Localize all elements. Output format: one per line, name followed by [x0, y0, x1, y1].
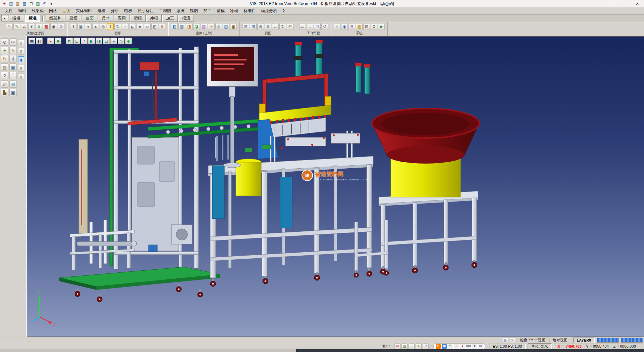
visibility-filter-icon[interactable]: ◉ — [50, 23, 57, 30]
selection-mask-icon[interactable]: ⊘ — [58, 23, 64, 30]
layer-manager-icon[interactable]: ≣ — [348, 23, 355, 30]
revolve-icon[interactable]: ↻ — [114, 23, 121, 30]
render-mode-icon[interactable]: ◧ — [36, 38, 43, 44]
top-view-icon[interactable]: ◓ — [81, 38, 88, 44]
snapshot-icon[interactable]: ▣ — [230, 23, 237, 30]
pen-icon[interactable]: ✎ — [416, 343, 422, 349]
dynamic-rotate-icon[interactable]: ↻ — [1, 55, 8, 62]
globe-icon[interactable]: ◍ — [9, 80, 17, 88]
element-filter-icon[interactable]: ▼ — [28, 23, 35, 30]
sogou-logo-icon[interactable]: S — [436, 344, 441, 349]
translate-icon[interactable]: ╋ — [9, 55, 17, 62]
texture-icon[interactable]: ▨ — [201, 23, 207, 30]
cylinder-icon[interactable]: ▮ — [70, 23, 77, 30]
wedge-icon[interactable]: ◣ — [129, 23, 136, 30]
selection-toggle-icon[interactable]: ▸ — [47, 38, 54, 44]
menu-item-14[interactable]: 塑模 — [214, 7, 227, 14]
workplane-icon[interactable]: ▱ — [299, 23, 306, 30]
color-filter-icon[interactable]: ▩ — [43, 23, 50, 30]
zoom-dynamic-icon[interactable]: ⊙ — [1, 38, 8, 46]
machine-3d-model[interactable]: Y X — [27, 37, 644, 337]
3d-viewport[interactable]: ▦◧▸◆◩◻◓◧◨◻◒◇◆ — [27, 36, 644, 337]
menu-item-11[interactable]: 系统 — [174, 7, 187, 14]
tab-8[interactable]: 冲模 — [146, 15, 162, 22]
snap-grid-icon[interactable]: ⊞ — [394, 343, 400, 349]
right-view-icon[interactable]: ◧ — [88, 38, 95, 44]
extrude-icon[interactable]: ↥ — [107, 23, 114, 30]
materials-icon[interactable]: ◪ — [193, 23, 200, 30]
ime-emoji-icon[interactable]: ☺ — [454, 344, 459, 349]
dim-2d-icon[interactable]: 2 — [1, 72, 8, 79]
wireframe-view-icon[interactable]: ▦ — [178, 23, 185, 30]
snap-target-icon[interactable]: ⌖ — [1, 47, 8, 54]
menu-item-3[interactable]: 网格 — [46, 7, 60, 14]
workplane-3points-icon[interactable]: ∴ — [307, 23, 313, 30]
rotate-view-icon[interactable]: ↻ — [279, 23, 286, 30]
app-logo-icon[interactable]: ✦ — [1, 1, 7, 7]
edit-entity-icon[interactable]: ✎ — [9, 47, 17, 54]
menu-item-16[interactable]: 标准件 — [241, 7, 258, 14]
check-view-label[interactable]: 检查 XY 十视图 — [517, 338, 548, 343]
stamp-icon[interactable]: ▣ — [9, 63, 17, 71]
trim-scissors-icon[interactable]: ✂ — [9, 38, 17, 46]
cone-icon[interactable]: ▲ — [92, 23, 99, 30]
layer-filter-icon[interactable]: ≡ — [36, 23, 42, 30]
menu-item-6[interactable]: 建模 — [95, 7, 108, 14]
ime-punct-icon[interactable]: °, — [448, 344, 453, 349]
zoom-out-icon[interactable]: ⊖ — [265, 23, 271, 30]
ime-skin-icon[interactable]: ▼ — [472, 344, 477, 349]
sphere-icon[interactable]: ● — [85, 23, 92, 30]
clipboard-bottom-icon[interactable]: ▯ — [18, 73, 24, 80]
lighting-icon[interactable]: ☀ — [208, 23, 215, 30]
document-icon[interactable]: ▤ — [1, 63, 8, 71]
dynamic-view-icon[interactable]: ◆ — [125, 38, 132, 44]
dynamic-toggle-icon[interactable]: ◎ — [502, 337, 508, 343]
clipboard-mid-icon[interactable]: ▯ — [18, 48, 24, 55]
chart-icon[interactable]: ▙ — [1, 89, 8, 96]
menu-item-9[interactable]: 尺寸标注 — [135, 7, 156, 14]
menu-item-5[interactable]: 实体编辑 — [73, 7, 95, 14]
ime-keyboard-icon[interactable]: ⌨ — [466, 344, 471, 349]
copy-view-icon[interactable]: ▣ — [9, 89, 17, 96]
menu-item-13[interactable]: 加工 — [201, 7, 214, 14]
close-button[interactable]: ✕ — [631, 0, 644, 7]
plane-indicator-icon[interactable]: ▦ — [401, 343, 408, 349]
menu-item-10[interactable]: 工程图 — [156, 7, 174, 14]
new-file-icon[interactable]: ▤ — [8, 1, 14, 7]
match-attributes-icon[interactable]: ✎ — [13, 23, 20, 30]
selection-sets-icon[interactable]: ▦ — [356, 23, 363, 30]
axono-view-icon[interactable]: ◇ — [118, 38, 124, 44]
tab-overflow-button[interactable]: ▾ — [1, 15, 8, 21]
menu-item-12[interactable]: 视图 — [187, 7, 201, 14]
menu-item-17[interactable]: 模流分析 — [258, 7, 280, 14]
plot-icon[interactable]: ▥ — [35, 1, 41, 7]
transparency-icon[interactable]: ◍ — [215, 23, 222, 30]
tab-5[interactable]: 尺寸 — [98, 15, 113, 22]
macro-icon[interactable]: ▶ — [378, 23, 385, 30]
clipboard-top-icon[interactable]: ▯ — [18, 40, 24, 46]
minimize-button[interactable]: ─ — [604, 0, 617, 7]
profile-icon[interactable]: ◔ — [409, 343, 415, 349]
surface-solid-icon[interactable]: ◩ — [151, 23, 158, 30]
tab-9[interactable]: 加工 — [162, 15, 178, 22]
ime-mode-icon[interactable]: 中 — [442, 344, 447, 349]
viewport-layout-icon[interactable]: ▦ — [29, 38, 35, 44]
units-indicator[interactable]: 单位: 毫米 — [528, 343, 552, 350]
zoom-in-icon[interactable]: ⊕ — [257, 23, 264, 30]
qat-dropdown-icon[interactable]: ▾ — [48, 1, 54, 7]
tab-6[interactable]: 应用 — [114, 15, 129, 22]
back-view-icon[interactable]: ◻ — [103, 38, 110, 44]
workplane-indicator-icon[interactable]: ◆ — [55, 38, 61, 44]
tab-1[interactable]: 标准 — [25, 15, 40, 22]
active-layer-indicator[interactable]: LAYER0 — [573, 338, 595, 343]
menu-item-18[interactable]: ? — [280, 8, 287, 14]
render-icon[interactable]: ◨ — [186, 23, 193, 30]
shaded-view-icon[interactable]: ◧ — [171, 23, 178, 30]
sweep-icon[interactable]: ≈ — [122, 23, 128, 30]
help-icon[interactable]: ? — [423, 343, 429, 349]
torus-icon[interactable]: ◎ — [100, 23, 106, 30]
tab-7[interactable]: 塑模 — [130, 15, 146, 22]
axis-toggle-icon[interactable]: ✳ — [509, 337, 515, 343]
print-icon[interactable]: ⊟ — [28, 1, 34, 7]
iso-view-icon[interactable]: ◩ — [66, 38, 73, 44]
